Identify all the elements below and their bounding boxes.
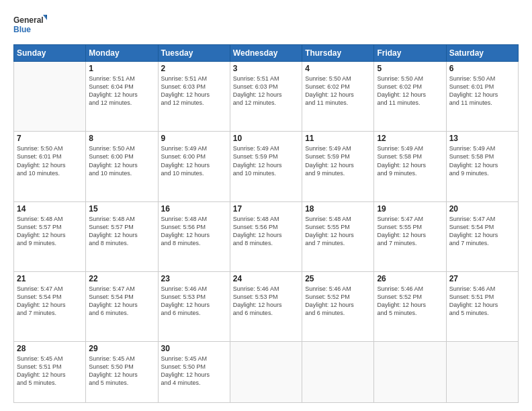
day-number: 18	[305, 204, 371, 214]
calendar-cell: 25Sunrise: 5:46 AM Sunset: 5:52 PM Dayli…	[302, 271, 374, 341]
calendar-cell: 16Sunrise: 5:48 AM Sunset: 5:56 PM Dayli…	[158, 201, 230, 271]
weekday-header-row: SundayMondayTuesdayWednesdayThursdayFrid…	[14, 45, 519, 62]
day-number: 2	[161, 64, 227, 73]
day-number: 8	[89, 134, 154, 143]
day-number: 24	[233, 274, 299, 283]
day-number: 27	[449, 274, 515, 283]
day-number: 1	[89, 64, 154, 73]
day-info: Sunrise: 5:46 AM Sunset: 5:52 PM Dayligh…	[305, 285, 371, 318]
day-info: Sunrise: 5:48 AM Sunset: 5:57 PM Dayligh…	[89, 215, 154, 248]
day-info: Sunrise: 5:50 AM Sunset: 6:01 PM Dayligh…	[17, 144, 83, 177]
day-info: Sunrise: 5:48 AM Sunset: 5:55 PM Dayligh…	[305, 215, 371, 248]
day-info: Sunrise: 5:49 AM Sunset: 5:58 PM Dayligh…	[449, 144, 515, 177]
svg-text:Blue: Blue	[13, 25, 31, 34]
calendar-cell: 6Sunrise: 5:50 AM Sunset: 6:01 PM Daylig…	[446, 62, 518, 132]
calendar-week-row: 7Sunrise: 5:50 AM Sunset: 6:01 PM Daylig…	[14, 132, 519, 201]
day-number: 16	[161, 204, 227, 214]
day-info: Sunrise: 5:51 AM Sunset: 6:04 PM Dayligh…	[89, 75, 154, 107]
day-info: Sunrise: 5:49 AM Sunset: 5:59 PM Dayligh…	[305, 144, 371, 177]
calendar-cell: 2Sunrise: 5:51 AM Sunset: 6:03 PM Daylig…	[158, 62, 230, 132]
calendar-cell: 11Sunrise: 5:49 AM Sunset: 5:59 PM Dayli…	[302, 132, 374, 201]
calendar-cell: 7Sunrise: 5:50 AM Sunset: 6:01 PM Daylig…	[14, 132, 86, 201]
day-info: Sunrise: 5:51 AM Sunset: 6:03 PM Dayligh…	[161, 75, 227, 107]
day-info: Sunrise: 5:46 AM Sunset: 5:51 PM Dayligh…	[449, 285, 515, 318]
calendar-cell	[374, 342, 446, 403]
calendar-cell: 21Sunrise: 5:47 AM Sunset: 5:54 PM Dayli…	[14, 271, 86, 341]
day-number: 23	[161, 274, 227, 283]
calendar-cell: 28Sunrise: 5:45 AM Sunset: 5:51 PM Dayli…	[14, 342, 86, 403]
calendar-week-row: 14Sunrise: 5:48 AM Sunset: 5:57 PM Dayli…	[14, 201, 519, 271]
weekday-header: Tuesday	[158, 45, 230, 62]
calendar-week-row: 28Sunrise: 5:45 AM Sunset: 5:51 PM Dayli…	[14, 342, 519, 403]
calendar-cell: 10Sunrise: 5:49 AM Sunset: 5:59 PM Dayli…	[230, 132, 302, 201]
day-info: Sunrise: 5:45 AM Sunset: 5:50 PM Dayligh…	[161, 355, 227, 387]
calendar-cell: 1Sunrise: 5:51 AM Sunset: 6:04 PM Daylig…	[86, 62, 158, 132]
day-info: Sunrise: 5:50 AM Sunset: 6:02 PM Dayligh…	[377, 75, 443, 107]
calendar-cell: 14Sunrise: 5:48 AM Sunset: 5:57 PM Dayli…	[14, 201, 86, 271]
day-number: 6	[449, 64, 515, 73]
day-info: Sunrise: 5:47 AM Sunset: 5:54 PM Dayligh…	[17, 285, 83, 318]
header: General Blue	[13, 12, 519, 39]
day-number: 14	[17, 204, 83, 214]
day-number: 3	[233, 64, 299, 73]
logo-svg: General Blue	[13, 12, 47, 39]
day-info: Sunrise: 5:45 AM Sunset: 5:50 PM Dayligh…	[89, 355, 154, 387]
weekday-header: Wednesday	[230, 45, 302, 62]
day-number: 11	[305, 134, 371, 143]
calendar-cell	[14, 62, 86, 132]
logo: General Blue	[13, 12, 47, 39]
day-info: Sunrise: 5:45 AM Sunset: 5:51 PM Dayligh…	[17, 355, 83, 387]
day-number: 10	[233, 134, 299, 143]
day-number: 20	[449, 204, 515, 214]
calendar-cell: 18Sunrise: 5:48 AM Sunset: 5:55 PM Dayli…	[302, 201, 374, 271]
day-info: Sunrise: 5:51 AM Sunset: 6:03 PM Dayligh…	[233, 75, 299, 107]
calendar-table: SundayMondayTuesdayWednesdayThursdayFrid…	[13, 44, 519, 403]
weekday-header: Thursday	[302, 45, 374, 62]
calendar-cell: 9Sunrise: 5:49 AM Sunset: 6:00 PM Daylig…	[158, 132, 230, 201]
day-info: Sunrise: 5:50 AM Sunset: 6:01 PM Dayligh…	[449, 75, 515, 107]
day-number: 30	[161, 344, 227, 353]
weekday-header: Monday	[86, 45, 158, 62]
weekday-header: Saturday	[446, 45, 518, 62]
day-number: 25	[305, 274, 371, 283]
day-info: Sunrise: 5:49 AM Sunset: 5:59 PM Dayligh…	[233, 144, 299, 177]
calendar-cell: 15Sunrise: 5:48 AM Sunset: 5:57 PM Dayli…	[86, 201, 158, 271]
day-number: 26	[377, 274, 443, 283]
calendar-cell: 8Sunrise: 5:50 AM Sunset: 6:00 PM Daylig…	[86, 132, 158, 201]
calendar-cell: 20Sunrise: 5:47 AM Sunset: 5:54 PM Dayli…	[446, 201, 518, 271]
calendar-cell: 22Sunrise: 5:47 AM Sunset: 5:54 PM Dayli…	[86, 271, 158, 341]
page: General Blue SundayMondayTuesdayWednesda…	[0, 0, 532, 411]
calendar-cell: 26Sunrise: 5:46 AM Sunset: 5:52 PM Dayli…	[374, 271, 446, 341]
calendar-cell: 5Sunrise: 5:50 AM Sunset: 6:02 PM Daylig…	[374, 62, 446, 132]
calendar-cell: 4Sunrise: 5:50 AM Sunset: 6:02 PM Daylig…	[302, 62, 374, 132]
day-number: 28	[17, 344, 83, 353]
calendar-cell: 17Sunrise: 5:48 AM Sunset: 5:56 PM Dayli…	[230, 201, 302, 271]
day-number: 15	[89, 204, 154, 214]
calendar-cell	[302, 342, 374, 403]
day-info: Sunrise: 5:46 AM Sunset: 5:53 PM Dayligh…	[233, 285, 299, 318]
day-info: Sunrise: 5:48 AM Sunset: 5:56 PM Dayligh…	[161, 215, 227, 248]
calendar-cell: 30Sunrise: 5:45 AM Sunset: 5:50 PM Dayli…	[158, 342, 230, 403]
calendar-cell: 3Sunrise: 5:51 AM Sunset: 6:03 PM Daylig…	[230, 62, 302, 132]
calendar-cell: 27Sunrise: 5:46 AM Sunset: 5:51 PM Dayli…	[446, 271, 518, 341]
day-info: Sunrise: 5:50 AM Sunset: 6:02 PM Dayligh…	[305, 75, 371, 107]
day-info: Sunrise: 5:48 AM Sunset: 5:57 PM Dayligh…	[17, 215, 83, 248]
day-info: Sunrise: 5:47 AM Sunset: 5:54 PM Dayligh…	[449, 215, 515, 248]
day-number: 19	[377, 204, 443, 214]
calendar-cell: 29Sunrise: 5:45 AM Sunset: 5:50 PM Dayli…	[86, 342, 158, 403]
day-number: 4	[305, 64, 371, 73]
weekday-header: Friday	[374, 45, 446, 62]
calendar-week-row: 1Sunrise: 5:51 AM Sunset: 6:04 PM Daylig…	[14, 62, 519, 132]
day-number: 5	[377, 64, 443, 73]
day-info: Sunrise: 5:49 AM Sunset: 5:58 PM Dayligh…	[377, 144, 443, 177]
calendar-cell: 24Sunrise: 5:46 AM Sunset: 5:53 PM Dayli…	[230, 271, 302, 341]
day-number: 13	[449, 134, 515, 143]
day-info: Sunrise: 5:46 AM Sunset: 5:52 PM Dayligh…	[377, 285, 443, 318]
day-info: Sunrise: 5:49 AM Sunset: 6:00 PM Dayligh…	[161, 144, 227, 177]
day-number: 21	[17, 274, 83, 283]
day-number: 22	[89, 274, 154, 283]
calendar-cell	[230, 342, 302, 403]
day-number: 12	[377, 134, 443, 143]
svg-text:General: General	[13, 15, 44, 25]
calendar-cell: 12Sunrise: 5:49 AM Sunset: 5:58 PM Dayli…	[374, 132, 446, 201]
